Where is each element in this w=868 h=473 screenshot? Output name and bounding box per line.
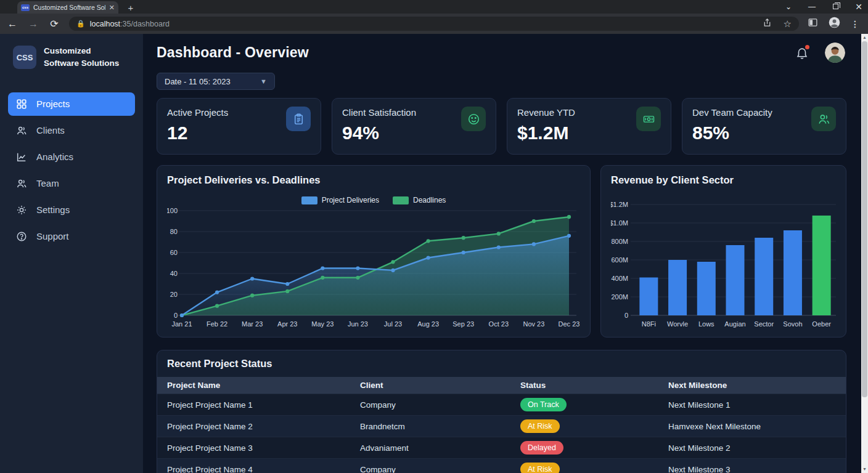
help-icon xyxy=(16,231,27,242)
window-restore-button[interactable] xyxy=(831,2,840,11)
sidebar-item-team[interactable]: Team xyxy=(8,172,135,195)
date-filter-value: Date - 11 05: 2023 xyxy=(165,77,231,86)
svg-text:Oct 23: Oct 23 xyxy=(489,320,509,328)
line-chart-legend: Project DeliveriesDeadlines xyxy=(167,196,580,204)
notifications-button[interactable] xyxy=(795,46,809,60)
browser-toolbar: ← → ⟳ 🔒 localhost:35/dashboard ☆ ⋮ xyxy=(0,14,868,34)
milestone-cell: Next Milestone 3 xyxy=(658,465,846,473)
svg-text:80: 80 xyxy=(170,228,178,235)
forward-button[interactable]: → xyxy=(27,18,39,30)
svg-text:Apr 23: Apr 23 xyxy=(277,320,297,328)
svg-text:200M: 200M xyxy=(611,293,628,301)
reload-button[interactable]: ⟳ xyxy=(48,18,60,30)
sidebar-item-support[interactable]: Support xyxy=(8,225,135,248)
url-text: localhost:35/dashboard xyxy=(90,20,170,28)
scrollbar-thumb[interactable] xyxy=(862,41,867,397)
banknote-icon xyxy=(636,107,661,131)
side-panel-icon[interactable] xyxy=(808,17,818,30)
scrollbar-down-arrow[interactable]: ▼ xyxy=(861,466,868,473)
status-badge: Delayed xyxy=(520,441,563,455)
milestone-cell: Next Milestone 2 xyxy=(658,443,846,453)
page-scrollbar[interactable]: ▲ ▼ xyxy=(861,34,868,473)
svg-text:40: 40 xyxy=(170,270,178,277)
status-badge: At Risk xyxy=(520,463,560,473)
column-header-next-milestone: Next Milestone xyxy=(658,381,846,390)
client-cell: Company xyxy=(350,400,510,410)
browser-menu-icon[interactable]: ⋮ xyxy=(851,19,859,29)
revenue-bar-chart: $1.2M$1.0M800M600M400M200M0N8FiWorvleLow… xyxy=(611,196,837,336)
table-body: Project Project Name 1CompanyOn TrackNex… xyxy=(157,394,846,473)
browser-tab[interactable]: css Customized Software Solutions ✕ xyxy=(17,1,118,14)
back-button[interactable]: ← xyxy=(6,18,18,30)
table-row[interactable]: Project Project Name 2BrandnetcmAt RiskH… xyxy=(157,415,846,437)
user-avatar[interactable] xyxy=(825,42,845,63)
sidebar-item-settings[interactable]: Settings xyxy=(8,198,135,222)
table-row[interactable]: Project Project Name 3AdvaniamentDelayed… xyxy=(157,437,846,458)
svg-text:Aug 23: Aug 23 xyxy=(417,320,439,328)
milestone-cell: Next Milestone 1 xyxy=(658,400,846,410)
bar-sovoh xyxy=(784,230,802,315)
window-minimize-button[interactable]: — xyxy=(808,2,816,11)
tab-title: Customized Software Solutions xyxy=(33,4,105,11)
chevron-down-icon: ▼ xyxy=(260,78,267,85)
tab-search-chevron-icon[interactable]: ⌄ xyxy=(784,2,793,11)
column-header-status: Status xyxy=(510,381,658,390)
window-close-button[interactable]: ✕ xyxy=(854,2,863,12)
team-icon xyxy=(811,107,836,131)
bookmark-star-icon[interactable]: ☆ xyxy=(784,18,792,30)
url-bar[interactable]: 🔒 localhost:35/dashboard ☆ xyxy=(69,17,799,31)
brand: CSS Customized Software Solutions xyxy=(8,45,135,70)
table-row[interactable]: Project Project Name 4CompanyAt RiskNext… xyxy=(157,458,846,473)
lock-icon[interactable]: 🔒 xyxy=(76,20,85,28)
legend-item-deadlines: Deadlines xyxy=(393,196,446,204)
svg-text:Sep 23: Sep 23 xyxy=(452,320,474,328)
bar-n8fi xyxy=(639,278,658,316)
column-header-client: Client xyxy=(350,381,510,390)
bar-chart-title: Revenue by Client Sector xyxy=(611,174,836,186)
svg-text:Mar 23: Mar 23 xyxy=(242,320,263,328)
status-cell: Delayed xyxy=(510,441,658,455)
legend-swatch xyxy=(393,196,409,204)
svg-text:100: 100 xyxy=(167,207,178,214)
gear-icon xyxy=(16,204,27,216)
scrollbar-up-arrow[interactable]: ▲ xyxy=(861,34,868,41)
svg-text:Nov 23: Nov 23 xyxy=(523,320,544,328)
status-cell: At Risk xyxy=(510,419,658,433)
project-name-cell: Project Project Name 2 xyxy=(157,422,350,431)
svg-text:May 23: May 23 xyxy=(311,320,334,328)
brand-name: Customized Software Solutions xyxy=(44,45,119,70)
sidebar-item-label: Clients xyxy=(36,125,65,135)
date-filter-dropdown[interactable]: Date - 11 05: 2023 ▼ xyxy=(157,73,275,90)
chart-icon xyxy=(16,152,27,163)
new-tab-button[interactable]: + xyxy=(125,2,136,13)
people-icon xyxy=(16,125,27,136)
project-name-cell: Project Project Name 1 xyxy=(157,400,350,410)
svg-text:400M: 400M xyxy=(611,275,628,282)
sidebar-item-analytics[interactable]: Analytics xyxy=(8,145,135,169)
favicon: css xyxy=(21,4,30,11)
svg-text:0: 0 xyxy=(624,312,628,319)
revenue-chart-card: Revenue by Client Sector $1.2M$1.0M800M6… xyxy=(600,165,846,338)
sidebar-item-clients[interactable]: Clients xyxy=(8,119,135,142)
svg-text:60: 60 xyxy=(170,249,178,256)
svg-text:$1.0M: $1.0M xyxy=(611,219,628,227)
milestone-cell: Hamvexe Next Milestone xyxy=(658,422,846,431)
sidebar-nav: ProjectsClientsAnalyticsTeamSettingsSupp… xyxy=(8,92,135,248)
svg-text:Jan 21: Jan 21 xyxy=(171,320,192,328)
bar-worvle xyxy=(668,260,687,315)
table-row[interactable]: Project Project Name 1CompanyOn TrackNex… xyxy=(157,394,846,415)
svg-text:Feb 22: Feb 22 xyxy=(207,320,227,328)
sidebar-item-projects[interactable]: Projects xyxy=(8,92,135,116)
svg-text:Lows: Lows xyxy=(698,320,714,328)
table-header-row: Project NameClientStatusNext Milestone xyxy=(157,377,846,394)
deliveries-line-chart: 020406080100Jan 21Feb 22Mar 23Apr 23May … xyxy=(167,207,581,330)
sidebar-item-label: Settings xyxy=(36,204,70,215)
bar-oeber xyxy=(813,216,831,315)
share-icon[interactable] xyxy=(762,17,772,30)
table-title: Recent Project Status xyxy=(157,358,846,377)
svg-text:$1.2M: $1.2M xyxy=(611,201,628,208)
tab-close-icon[interactable]: ✕ xyxy=(109,4,115,11)
project-name-cell: Project Project Name 4 xyxy=(157,465,350,473)
bar-lows xyxy=(697,262,716,315)
browser-profile-icon[interactable] xyxy=(828,16,841,31)
